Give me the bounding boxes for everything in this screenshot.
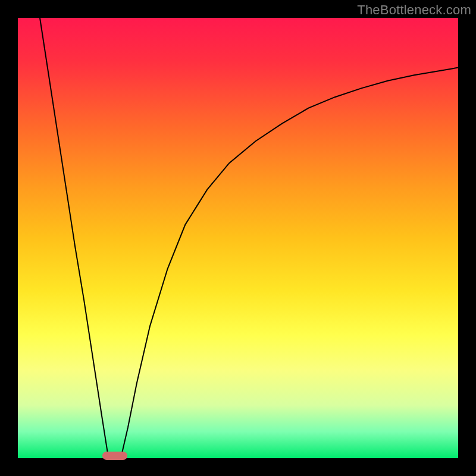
optimum-marker (102, 452, 127, 460)
curve-right-branch (121, 68, 458, 456)
plot-area (18, 18, 458, 458)
curve-left-branch (40, 18, 108, 456)
chart-frame: TheBottleneck.com (0, 0, 476, 476)
watermark-text: TheBottleneck.com (357, 2, 471, 18)
curve-layer (18, 18, 458, 458)
